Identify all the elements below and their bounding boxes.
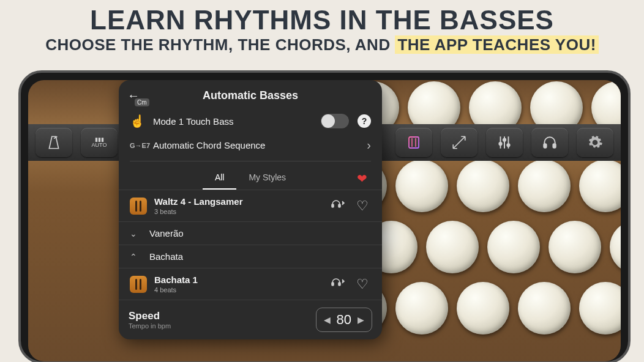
headphones-button[interactable] [531, 128, 568, 157]
group-vanerao[interactable]: ⌄ Vanerão [119, 221, 382, 245]
touch-bass-toggle[interactable] [321, 114, 349, 128]
accordion-button[interactable] [579, 282, 621, 334]
style-beats: 4 beats [154, 286, 322, 294]
style-beats: 3 beats [154, 208, 322, 215]
speed-sublabel: Tempo in bpm [129, 322, 310, 330]
tab-my-styles[interactable]: My Styles [236, 168, 298, 190]
style-name: Bachata 1 [154, 275, 322, 285]
group-label: Vanerão [149, 228, 184, 238]
svg-rect-7 [339, 204, 340, 207]
touch-icon: ☝ [130, 114, 144, 128]
back-button[interactable]: ← Cm [127, 89, 149, 103]
accordion-button[interactable] [487, 221, 540, 273]
preview-icon[interactable] [329, 276, 346, 293]
chevron-up-icon: ⌃ [130, 252, 142, 262]
settings-button[interactable] [577, 128, 613, 157]
panel-title: Automatic Basses [149, 89, 351, 102]
style-name: Waltz 4 - Langsamer [154, 196, 322, 207]
favorite-icon[interactable]: ♡ [354, 198, 371, 214]
chord-chip: Cm [135, 98, 149, 106]
accordion-button[interactable] [518, 160, 571, 212]
group-label: Bachata [149, 251, 183, 262]
accordion-button[interactable] [610, 221, 621, 273]
accordion-button[interactable] [549, 221, 601, 273]
metronome-button[interactable] [36, 128, 72, 157]
svg-rect-6 [332, 204, 334, 207]
divider [130, 161, 371, 161]
accordion-button[interactable] [579, 160, 621, 212]
sequence-icon: G→E7 [130, 142, 144, 149]
favorites-filter-icon[interactable]: ❤ [357, 171, 367, 186]
subtitle-highlight: THE APP TEACHES YOU! [395, 35, 598, 54]
chevron-right-icon: › [367, 138, 371, 152]
style-item[interactable]: Bachata 1 4 beats ♡ [119, 268, 382, 300]
device-frame: ▮▮▮AUTO ← Cm Automatic Basses ☝ Mode 1 T… [18, 70, 631, 362]
panel-header: ← Cm Automatic Basses [119, 86, 382, 109]
touch-bass-row: ☝ Mode 1 Touch Bass ? [119, 109, 382, 133]
chord-sequence-label: Automatic Chord Sequence [153, 140, 358, 150]
mixer-button[interactable] [486, 128, 523, 157]
chevron-down-icon: ⌄ [130, 229, 142, 238]
svg-rect-4 [544, 144, 546, 148]
preview-icon[interactable] [329, 198, 346, 215]
speed-value: 80 [337, 312, 351, 328]
basses-button[interactable] [395, 128, 432, 157]
decrease-icon[interactable]: ◀ [324, 315, 331, 325]
device-screen: ▮▮▮AUTO ← Cm Automatic Basses ☝ Mode 1 T… [28, 80, 621, 361]
promo-header: LEARN RHYTHMS IN THE BASSES CHOOSE THE R… [0, 0, 644, 57]
speed-row: Speed Tempo in bpm ◀ 80 ▶ [119, 300, 382, 339]
accordion-button[interactable] [426, 221, 479, 273]
touch-bass-label: Mode 1 Touch Bass [153, 116, 312, 127]
svg-point-2 [503, 139, 506, 141]
accordion-button[interactable] [395, 282, 448, 334]
tab-all[interactable]: All [203, 168, 237, 190]
help-icon[interactable]: ? [358, 114, 371, 128]
accordion-button[interactable] [518, 282, 571, 334]
accordion-button[interactable] [457, 160, 509, 212]
svg-rect-8 [332, 283, 334, 286]
accordion-icon [130, 276, 147, 293]
auto-button[interactable]: ▮▮▮AUTO [81, 128, 118, 157]
svg-point-3 [507, 144, 509, 146]
svg-rect-5 [553, 144, 555, 148]
measure-button[interactable] [441, 128, 477, 157]
promo-subtitle: CHOOSE THE RHYTHM, THE CHORDS, AND THE A… [0, 35, 644, 54]
subtitle-prefix: CHOOSE THE RHYTHM, THE CHORDS, AND [45, 35, 395, 54]
speed-stepper[interactable]: ◀ 80 ▶ [316, 308, 372, 332]
style-item[interactable]: Waltz 4 - Langsamer 3 beats ♡ [119, 190, 382, 221]
accordion-icon [130, 198, 147, 215]
group-bachata[interactable]: ⌃ Bachata [119, 245, 382, 268]
increase-icon[interactable]: ▶ [358, 315, 364, 325]
svg-point-1 [499, 142, 501, 145]
auto-basses-panel: ← Cm Automatic Basses ☝ Mode 1 Touch Bas… [119, 80, 382, 339]
svg-rect-0 [409, 137, 419, 148]
promo-title: LEARN RHYTHMS IN THE BASSES [0, 5, 644, 35]
tabs: All My Styles ❤ [119, 165, 382, 190]
accordion-button[interactable] [457, 282, 509, 334]
svg-rect-9 [339, 283, 340, 286]
accordion-button[interactable] [395, 160, 448, 212]
favorite-icon[interactable]: ♡ [354, 276, 371, 292]
speed-label: Speed [129, 310, 310, 322]
chord-sequence-row[interactable]: G→E7 Automatic Chord Sequence › [119, 133, 382, 157]
